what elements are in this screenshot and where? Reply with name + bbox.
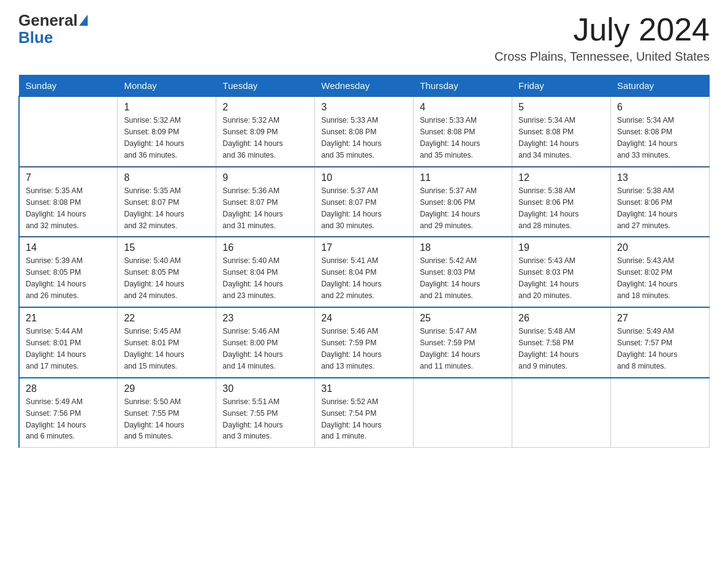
day-number: 23	[222, 313, 308, 324]
calendar-cell: 20Sunrise: 5:43 AM Sunset: 8:02 PM Dayli…	[611, 237, 710, 307]
day-number: 13	[617, 172, 703, 183]
location-title: Cross Plains, Tennessee, United States	[495, 50, 710, 64]
calendar-cell: 18Sunrise: 5:42 AM Sunset: 8:03 PM Dayli…	[414, 237, 512, 307]
day-number: 11	[420, 172, 506, 183]
calendar-header-saturday: Saturday	[611, 75, 710, 97]
day-number: 27	[617, 313, 703, 324]
calendar-cell: 25Sunrise: 5:47 AM Sunset: 7:59 PM Dayli…	[414, 307, 512, 378]
calendar-cell: 3Sunrise: 5:33 AM Sunset: 8:08 PM Daylig…	[315, 96, 414, 167]
day-info: Sunrise: 5:45 AM Sunset: 8:01 PM Dayligh…	[124, 326, 210, 372]
day-number: 20	[617, 242, 703, 253]
day-number: 4	[420, 102, 506, 113]
calendar-cell: 8Sunrise: 5:35 AM Sunset: 8:07 PM Daylig…	[118, 167, 216, 237]
day-number: 15	[124, 242, 210, 253]
calendar-cell: 2Sunrise: 5:32 AM Sunset: 8:09 PM Daylig…	[216, 96, 315, 167]
calendar-cell: 16Sunrise: 5:40 AM Sunset: 8:04 PM Dayli…	[216, 237, 315, 307]
day-info: Sunrise: 5:52 AM Sunset: 7:54 PM Dayligh…	[321, 396, 407, 443]
calendar-cell: 23Sunrise: 5:46 AM Sunset: 8:00 PM Dayli…	[216, 307, 315, 378]
day-info: Sunrise: 5:37 AM Sunset: 8:06 PM Dayligh…	[420, 185, 506, 232]
calendar-week-4: 21Sunrise: 5:44 AM Sunset: 8:01 PM Dayli…	[19, 307, 710, 378]
calendar-cell: 15Sunrise: 5:40 AM Sunset: 8:05 PM Dayli…	[118, 237, 216, 307]
title-area: July 2024 Cross Plains, Tennessee, Unite…	[495, 12, 710, 64]
logo-blue-text: Blue	[18, 28, 53, 47]
calendar-header-monday: Monday	[118, 75, 216, 97]
day-info: Sunrise: 5:34 AM Sunset: 8:08 PM Dayligh…	[518, 115, 604, 161]
day-info: Sunrise: 5:36 AM Sunset: 8:07 PM Dayligh…	[222, 185, 308, 232]
calendar-week-5: 28Sunrise: 5:49 AM Sunset: 7:56 PM Dayli…	[19, 378, 710, 448]
day-info: Sunrise: 5:39 AM Sunset: 8:05 PM Dayligh…	[26, 255, 111, 302]
day-number: 5	[518, 102, 604, 113]
day-number: 26	[518, 313, 604, 324]
day-info: Sunrise: 5:46 AM Sunset: 8:00 PM Dayligh…	[222, 326, 308, 372]
calendar-cell	[19, 96, 118, 167]
day-number: 7	[26, 172, 111, 183]
calendar-cell: 22Sunrise: 5:45 AM Sunset: 8:01 PM Dayli…	[118, 307, 216, 378]
month-title: July 2024	[495, 12, 710, 47]
day-number: 9	[222, 172, 308, 183]
day-info: Sunrise: 5:43 AM Sunset: 8:03 PM Dayligh…	[518, 255, 604, 302]
day-info: Sunrise: 5:40 AM Sunset: 8:04 PM Dayligh…	[222, 255, 308, 302]
page-header: General Blue July 2024 Cross Plains, Ten…	[18, 12, 710, 64]
day-info: Sunrise: 5:43 AM Sunset: 8:02 PM Dayligh…	[617, 255, 703, 302]
day-info: Sunrise: 5:46 AM Sunset: 7:59 PM Dayligh…	[321, 326, 407, 372]
calendar-cell: 21Sunrise: 5:44 AM Sunset: 8:01 PM Dayli…	[19, 307, 118, 378]
day-info: Sunrise: 5:33 AM Sunset: 8:08 PM Dayligh…	[321, 115, 407, 161]
day-number: 21	[26, 313, 111, 324]
calendar-body: 1Sunrise: 5:32 AM Sunset: 8:09 PM Daylig…	[19, 96, 710, 448]
day-number: 14	[26, 242, 111, 253]
day-info: Sunrise: 5:48 AM Sunset: 7:58 PM Dayligh…	[518, 326, 604, 372]
calendar-cell	[414, 378, 512, 448]
day-number: 24	[321, 313, 407, 324]
day-info: Sunrise: 5:40 AM Sunset: 8:05 PM Dayligh…	[124, 255, 210, 302]
day-number: 6	[617, 102, 703, 113]
day-info: Sunrise: 5:37 AM Sunset: 8:07 PM Dayligh…	[321, 185, 407, 232]
calendar-cell: 1Sunrise: 5:32 AM Sunset: 8:09 PM Daylig…	[118, 96, 216, 167]
day-number: 22	[124, 313, 210, 324]
calendar-cell: 26Sunrise: 5:48 AM Sunset: 7:58 PM Dayli…	[512, 307, 611, 378]
day-info: Sunrise: 5:41 AM Sunset: 8:04 PM Dayligh…	[321, 255, 407, 302]
calendar-cell: 4Sunrise: 5:33 AM Sunset: 8:08 PM Daylig…	[414, 96, 512, 167]
calendar-cell: 11Sunrise: 5:37 AM Sunset: 8:06 PM Dayli…	[414, 167, 512, 237]
calendar-header-tuesday: Tuesday	[216, 75, 315, 97]
day-info: Sunrise: 5:49 AM Sunset: 7:57 PM Dayligh…	[617, 326, 703, 372]
day-info: Sunrise: 5:32 AM Sunset: 8:09 PM Dayligh…	[124, 115, 210, 161]
day-number: 29	[124, 383, 210, 394]
calendar-header-sunday: Sunday	[19, 75, 118, 97]
day-number: 3	[321, 102, 407, 113]
calendar-cell: 17Sunrise: 5:41 AM Sunset: 8:04 PM Dayli…	[315, 237, 414, 307]
day-number: 12	[518, 172, 604, 183]
day-info: Sunrise: 5:38 AM Sunset: 8:06 PM Dayligh…	[617, 185, 703, 232]
calendar-cell: 5Sunrise: 5:34 AM Sunset: 8:08 PM Daylig…	[512, 96, 611, 167]
calendar-cell: 30Sunrise: 5:51 AM Sunset: 7:55 PM Dayli…	[216, 378, 315, 448]
calendar-header-row: SundayMondayTuesdayWednesdayThursdayFrid…	[19, 75, 710, 97]
day-info: Sunrise: 5:33 AM Sunset: 8:08 PM Dayligh…	[420, 115, 506, 161]
logo-general-text: General	[18, 12, 78, 28]
day-info: Sunrise: 5:32 AM Sunset: 8:09 PM Dayligh…	[222, 115, 308, 161]
calendar-cell: 29Sunrise: 5:50 AM Sunset: 7:55 PM Dayli…	[118, 378, 216, 448]
logo-triangle-icon	[79, 15, 88, 26]
day-info: Sunrise: 5:51 AM Sunset: 7:55 PM Dayligh…	[222, 396, 308, 443]
day-number: 8	[124, 172, 210, 183]
logo: General Blue	[18, 12, 89, 47]
calendar-cell: 10Sunrise: 5:37 AM Sunset: 8:07 PM Dayli…	[315, 167, 414, 237]
day-number: 16	[222, 242, 308, 253]
day-number: 19	[518, 242, 604, 253]
day-number: 30	[222, 383, 308, 394]
day-info: Sunrise: 5:35 AM Sunset: 8:07 PM Dayligh…	[124, 185, 210, 232]
calendar-cell: 14Sunrise: 5:39 AM Sunset: 8:05 PM Dayli…	[19, 237, 118, 307]
calendar-cell: 27Sunrise: 5:49 AM Sunset: 7:57 PM Dayli…	[611, 307, 710, 378]
day-info: Sunrise: 5:42 AM Sunset: 8:03 PM Dayligh…	[420, 255, 506, 302]
day-info: Sunrise: 5:44 AM Sunset: 8:01 PM Dayligh…	[26, 326, 111, 372]
calendar-header-thursday: Thursday	[414, 75, 512, 97]
day-number: 28	[26, 383, 111, 394]
calendar-cell	[512, 378, 611, 448]
calendar-cell: 19Sunrise: 5:43 AM Sunset: 8:03 PM Dayli…	[512, 237, 611, 307]
day-info: Sunrise: 5:35 AM Sunset: 8:08 PM Dayligh…	[26, 185, 111, 232]
calendar-cell: 9Sunrise: 5:36 AM Sunset: 8:07 PM Daylig…	[216, 167, 315, 237]
day-number: 2	[222, 102, 308, 113]
day-number: 17	[321, 242, 407, 253]
day-number: 31	[321, 383, 407, 394]
calendar-header-friday: Friday	[512, 75, 611, 97]
day-info: Sunrise: 5:34 AM Sunset: 8:08 PM Dayligh…	[617, 115, 703, 161]
calendar-week-3: 14Sunrise: 5:39 AM Sunset: 8:05 PM Dayli…	[19, 237, 710, 307]
